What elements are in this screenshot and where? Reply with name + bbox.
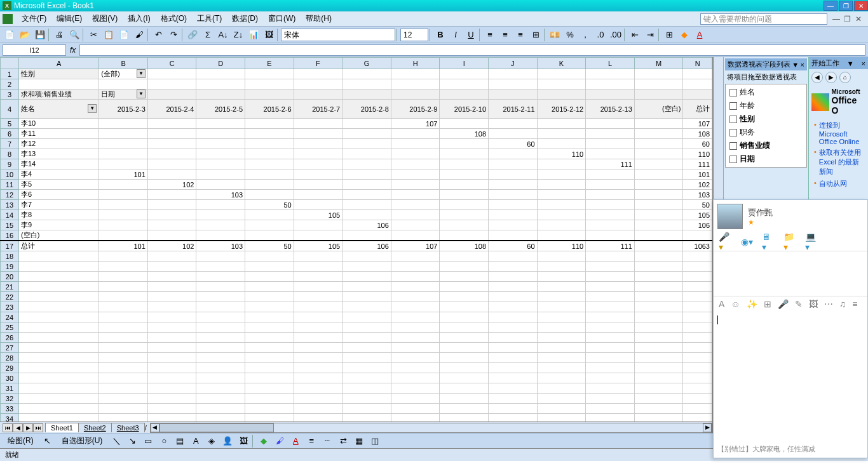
help-search-input[interactable]: 键入需要帮助的问题 [700,13,827,25]
decrease-indent-button[interactable]: ⇤ [628,28,642,42]
app-icon[interactable] [3,14,13,24]
col-dropdown[interactable]: ▼ [137,90,146,98]
menu-insert[interactable]: 插入(I) [123,12,155,25]
format-painter-button[interactable]: 🖌 [132,28,146,42]
autoshape-menu[interactable]: 自选图形(U) [57,434,108,448]
task-link-connect[interactable]: 连接到 Microsoft Office Online [814,119,863,147]
name-box[interactable]: I12 [3,44,66,56]
italic-button[interactable]: I [449,28,463,42]
fx-icon[interactable]: fx [70,46,76,55]
pivot-field-age[interactable]: 年龄 [727,99,805,112]
bold-button[interactable]: B [433,28,447,42]
chat-promo-text[interactable]: 【别错过】大牌家电，任性满减 [714,441,819,458]
save-button[interactable]: 💾 [33,28,47,42]
sheet-tab-2[interactable]: Sheet2 [78,423,112,432]
row-dropdown[interactable]: ▼ [88,104,97,113]
cut-button[interactable]: ✂ [86,28,100,42]
align-center-button[interactable]: ≡ [498,28,512,42]
picture-icon[interactable]: 🖼 [236,434,250,448]
chat-mic-icon[interactable]: 🎤 [778,299,789,309]
tab-nav-prev[interactable]: ◀ [13,423,23,432]
dash-style-icon[interactable]: ┄ [320,434,334,448]
chat-folder-icon[interactable]: 📁▾ [783,236,796,248]
task-home-button[interactable]: ⌂ [839,72,851,83]
chat-image-icon[interactable]: 🖼 [809,299,818,309]
new-button[interactable]: 📄 [3,28,17,42]
font-size-select[interactable]: 12 [400,29,428,41]
sort-desc-button[interactable]: Z↓ [231,28,245,42]
font-name-select[interactable]: 宋体 [281,29,395,41]
drawing-button[interactable]: 🖼 [262,28,276,42]
shadow-icon[interactable]: ▦ [352,434,366,448]
chat-remote-icon[interactable]: 💻▾ [805,236,818,248]
increase-decimal-button[interactable]: .0 [593,28,607,42]
menu-view[interactable]: 视图(V) [87,12,123,25]
chat-music-icon[interactable]: ♫ [839,299,846,309]
clipart-icon[interactable]: 👤 [220,434,234,448]
menu-data[interactable]: 数据(D) [227,12,263,25]
decrease-decimal-button[interactable]: .00 [609,28,623,42]
arrow-icon[interactable]: ↘ [125,434,139,448]
task-back-button[interactable]: ◀ [811,72,823,83]
menu-tools[interactable]: 工具(T) [192,12,227,25]
task-link-news[interactable]: 获取有关使用 Excel 的最新新闻 [814,147,863,178]
chat-avatar[interactable] [717,204,743,229]
menu-help[interactable]: 帮助(H) [301,12,337,25]
scroll-thumb[interactable] [159,423,274,432]
task-link-auto[interactable]: 自动从网 [814,178,863,190]
chat-edit-icon[interactable]: ✎ [795,299,803,309]
currency-button[interactable]: 💴 [548,28,562,42]
sheet-tab-3[interactable]: Sheet3 [111,423,145,432]
align-left-button[interactable]: ≡ [483,28,497,42]
line-icon[interactable]: ＼ [109,434,123,448]
chat-history-icon[interactable]: ≡ [852,299,857,309]
rectangle-icon[interactable]: ▭ [141,434,155,448]
oval-icon[interactable]: ○ [157,434,171,448]
doc-minimize-button[interactable]: — [832,15,843,23]
filter-dropdown[interactable]: ▼ [137,69,146,78]
preview-button[interactable]: 🔍 [67,28,81,42]
wordart-icon[interactable]: A [189,434,203,448]
pivot-panel-close[interactable]: × [801,61,804,69]
doc-close-button[interactable]: ✕ [855,15,865,23]
hyperlink-button[interactable]: 🔗 [186,28,200,42]
draw-menu[interactable]: 绘图(R) [3,434,39,448]
tab-nav-first[interactable]: ⏮ [3,423,13,432]
maximize-button[interactable]: ❐ [839,1,853,11]
increase-indent-button[interactable]: ⇥ [643,28,657,42]
font-color-button[interactable]: A [693,28,707,42]
line-style-icon[interactable]: ≡ [304,434,318,448]
doc-restore-button[interactable]: ❐ [844,15,854,23]
pivot-field-name[interactable]: 姓名 [727,86,805,99]
minimize-button[interactable]: — [824,1,837,11]
3d-icon[interactable]: ◫ [368,434,382,448]
spreadsheet-grid[interactable]: ABCDEFGHIJKLMN1性别(全部)▼23求和项:销售业绩日期▼4姓名▼2… [0,57,712,421]
menu-format[interactable]: 格式(O) [156,12,192,25]
chat-text-input[interactable] [714,312,867,439]
scroll-right-arrow[interactable]: ▶ [703,423,712,432]
tab-nav-next[interactable]: ▶ [23,423,33,432]
undo-button[interactable]: ↶ [151,28,165,42]
font-color-icon[interactable]: A [288,434,302,448]
sort-asc-button[interactable]: A↓ [216,28,230,42]
comma-button[interactable]: , [578,28,592,42]
borders-button[interactable]: ⊞ [662,28,676,42]
chart-button[interactable]: 📊 [247,28,261,42]
pivot-field-sales[interactable]: 销售业绩 [727,139,805,152]
chat-effect-icon[interactable]: ✨ [747,299,757,309]
chat-font-icon[interactable]: A [719,299,724,309]
merge-button[interactable]: ⊞ [529,28,543,42]
redo-button[interactable]: ↷ [166,28,180,42]
percent-button[interactable]: % [563,28,577,42]
chat-voice-icon[interactable]: 🎤▾ [719,236,731,248]
align-right-button[interactable]: ≡ [513,28,527,42]
close-button[interactable]: ✕ [854,1,868,11]
pivot-field-position[interactable]: 职务 [727,126,805,139]
fill-color-icon[interactable]: ◆ [257,434,271,448]
fill-color-button[interactable]: ◆ [677,28,691,42]
menu-edit[interactable]: 编辑(E) [51,12,87,25]
autosum-button[interactable]: Σ [201,28,215,42]
scroll-left-arrow[interactable]: ◀ [151,423,159,432]
copy-button[interactable]: 📋 [102,28,116,42]
pivot-field-gender[interactable]: 性别 [727,112,805,126]
